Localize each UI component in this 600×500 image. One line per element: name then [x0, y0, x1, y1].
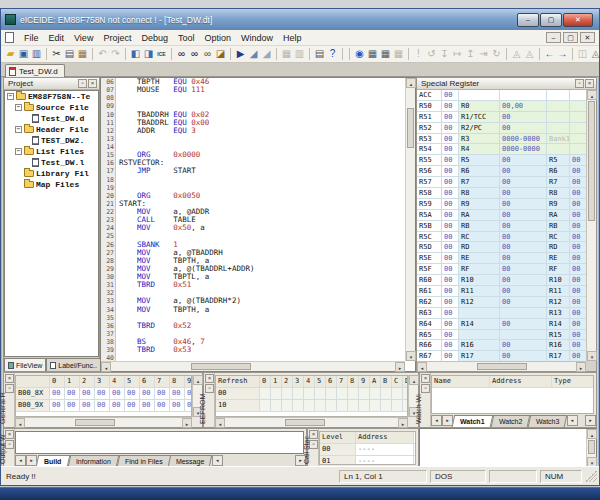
output-text-area[interactable]: [15, 431, 304, 454]
register-name[interactable]: R4: [459, 144, 500, 154]
output-window-tab[interactable]: ×▫ Output W: [4, 429, 15, 467]
register-value[interactable]: 00: [500, 297, 547, 307]
register-value[interactable]: 00: [570, 199, 586, 209]
close-icon[interactable]: ×: [585, 79, 594, 88]
cell[interactable]: [315, 388, 326, 399]
register-name[interactable]: R7: [547, 177, 570, 187]
register-name[interactable]: R16: [547, 340, 570, 350]
register-value[interactable]: 00: [442, 210, 459, 220]
register-name[interactable]: R66: [417, 340, 442, 350]
register-name[interactable]: R6: [547, 166, 570, 176]
call-stack-tab[interactable]: ×▫ Call Stac: [308, 429, 319, 467]
cell[interactable]: 00: [110, 388, 125, 399]
scroll-up-icon[interactable]: ▴: [587, 90, 597, 100]
register-name[interactable]: RA: [547, 210, 570, 220]
cell[interactable]: [348, 400, 359, 411]
scroll-right-icon[interactable]: ▸: [398, 418, 408, 428]
register-name[interactable]: ACC: [417, 90, 442, 100]
ram-horizontal-scrollbar[interactable]: ◂ ▸: [15, 417, 192, 427]
row-label[interactable]: 10: [216, 400, 260, 411]
register-value[interactable]: 00: [442, 340, 459, 350]
cell[interactable]: 00: [140, 400, 155, 411]
scroll-left-icon[interactable]: ◂: [15, 418, 25, 428]
open-file-icon[interactable]: ▰: [4, 47, 17, 61]
dock-icon[interactable]: ▫: [421, 384, 430, 393]
register-name[interactable]: R6: [459, 166, 500, 176]
register-value[interactable]: 00: [570, 177, 586, 187]
cell[interactable]: [282, 400, 293, 411]
register-name[interactable]: [459, 308, 500, 318]
register-value[interactable]: [570, 134, 586, 144]
register-value[interactable]: [570, 90, 586, 100]
register-value[interactable]: 00: [442, 144, 459, 154]
help-icon[interactable]: ?: [326, 47, 339, 61]
watch-grid[interactable]: NameAddressType: [431, 375, 594, 414]
cell[interactable]: 00: [95, 400, 110, 411]
register-name[interactable]: [547, 90, 570, 100]
register-value[interactable]: 00: [500, 123, 547, 133]
scroll-left-icon[interactable]: ◂: [417, 362, 427, 372]
register-value[interactable]: 00: [442, 330, 459, 340]
scroll-up-icon[interactable]: ▴: [406, 78, 416, 88]
register-name[interactable]: R5F: [417, 264, 442, 274]
cell[interactable]: [293, 388, 304, 399]
close-icon[interactable]: ×: [421, 374, 430, 383]
watch-scroll-left-icon[interactable]: ◂: [431, 415, 442, 426]
register-name[interactable]: [459, 90, 500, 100]
close-icon[interactable]: ×: [5, 430, 14, 439]
maximize-button[interactable]: ▢: [540, 13, 562, 27]
cell[interactable]: 00: [155, 388, 170, 399]
register-name[interactable]: R58: [417, 188, 442, 198]
dock-icon[interactable]: ▫: [309, 440, 318, 449]
register-name[interactable]: [547, 112, 570, 122]
register-name[interactable]: R12: [459, 297, 500, 307]
scrollbar-thumb[interactable]: [407, 108, 414, 148]
scrollbar-thumb[interactable]: [191, 363, 251, 370]
cell[interactable]: [381, 400, 392, 411]
register-value[interactable]: [500, 308, 547, 318]
register-value[interactable]: 00: [442, 155, 459, 165]
verify-chip-icon[interactable]: ▦: [379, 47, 392, 61]
register-value[interactable]: 00: [500, 177, 547, 187]
register-value[interactable]: 00: [570, 275, 586, 285]
project-window-icon[interactable]: ◧: [129, 47, 142, 61]
register-name[interactable]: RF: [547, 264, 570, 274]
cell[interactable]: [392, 400, 403, 411]
register-value[interactable]: [570, 123, 586, 133]
watch-tab-watch2[interactable]: Watch2: [490, 415, 530, 427]
cell[interactable]: [304, 388, 315, 399]
cell[interactable]: [271, 388, 282, 399]
cell[interactable]: [304, 400, 315, 411]
cell[interactable]: [326, 400, 337, 411]
scrollbar-thumb[interactable]: [588, 440, 595, 454]
row-label[interactable]: B00_8X: [16, 388, 50, 399]
register-name[interactable]: R17: [547, 351, 570, 361]
editor-vertical-scrollbar[interactable]: ▴ ▾: [405, 78, 415, 361]
register-name[interactable]: R8: [547, 188, 570, 198]
menu-option[interactable]: Option: [199, 32, 236, 44]
find-next-icon[interactable]: ∞: [188, 47, 201, 61]
register-name[interactable]: RC: [459, 232, 500, 242]
row-label[interactable]: 00: [216, 388, 260, 399]
cell[interactable]: [370, 400, 381, 411]
scroll-up-icon[interactable]: ▴: [409, 375, 419, 385]
scroll-down-icon[interactable]: ▾: [587, 351, 597, 361]
register-name[interactable]: R53: [417, 134, 442, 144]
bookmark-icon[interactable]: ◪: [214, 47, 227, 61]
register-name[interactable]: R9: [459, 199, 500, 209]
register-value[interactable]: 00: [442, 134, 459, 144]
cell[interactable]: 00: [50, 400, 65, 411]
cell[interactable]: 00: [110, 400, 125, 411]
register-value[interactable]: 00: [500, 319, 547, 329]
tree-item-library-fil[interactable]: Library Fil: [5, 168, 98, 179]
register-value[interactable]: 00: [442, 199, 459, 209]
close-icon[interactable]: ×: [205, 374, 214, 383]
register-value[interactable]: 00: [570, 319, 586, 329]
register-name[interactable]: R5B: [417, 221, 442, 231]
cut-icon[interactable]: ✂: [50, 47, 63, 61]
menu-project[interactable]: Project: [98, 32, 136, 44]
register-name[interactable]: RA: [459, 210, 500, 220]
general-ram-grid[interactable]: 0123456789B00_8X00000000000000000000B00_…: [15, 375, 192, 417]
child-minimize-button[interactable]: –: [546, 32, 561, 43]
register-value[interactable]: [570, 144, 586, 154]
